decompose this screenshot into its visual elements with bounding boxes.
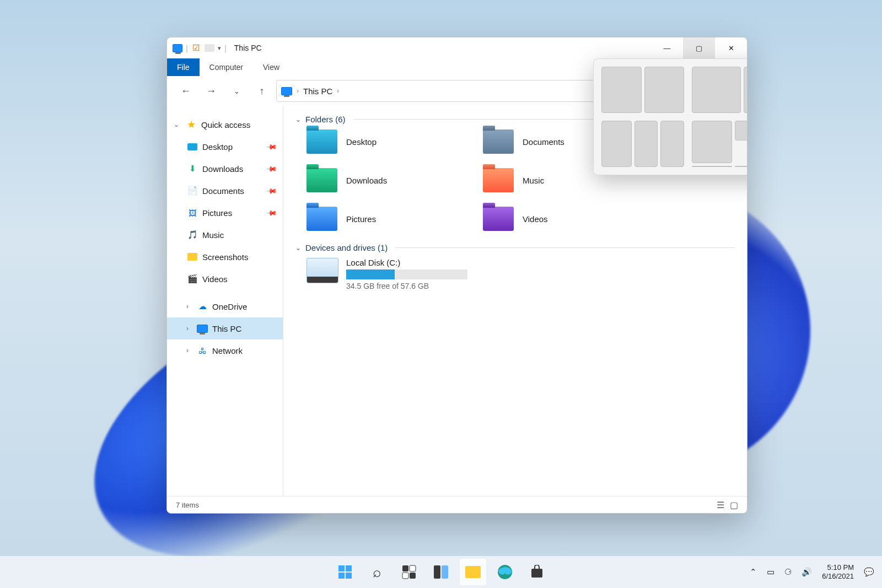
snap-zone[interactable]: [735, 121, 748, 141]
details-view-button[interactable]: ☰: [717, 500, 724, 510]
status-item-count: 7 items: [176, 501, 199, 509]
task-view-button[interactable]: [428, 559, 454, 585]
documents-icon: 📄: [187, 185, 198, 196]
sidebar-item-onedrive[interactable]: › ☁ OneDrive: [167, 295, 283, 317]
svg-rect-7: [410, 573, 416, 579]
breadcrumb[interactable]: This PC: [303, 87, 332, 96]
store-button[interactable]: [524, 559, 550, 585]
widgets-button[interactable]: [396, 559, 422, 585]
snap-layout-quad[interactable]: [692, 121, 747, 167]
taskbar[interactable]: ⌕ ⌃ ▭ ⚆ 🔊 5:10 PM 6/16/2021 💬: [0, 556, 882, 588]
folder-label: Videos: [523, 214, 548, 224]
snap-zone[interactable]: [601, 67, 642, 113]
sidebar-item-desktop[interactable]: Desktop 📌: [167, 136, 283, 158]
file-explorer-window: | ☑ ▾ | This PC — ▢ ✕: [166, 37, 747, 514]
snap-zone[interactable]: [634, 121, 658, 167]
pin-icon: 📌: [266, 141, 278, 153]
pictures-icon: 🖼: [187, 207, 198, 218]
chevron-down-icon[interactable]: ⌄: [295, 116, 301, 123]
qat-dropdown-icon[interactable]: ▾: [218, 45, 221, 52]
group-header-drives[interactable]: ⌄ Devices and drives (1): [295, 243, 735, 252]
sidebar-item-label: Documents: [202, 186, 244, 196]
folder-pictures[interactable]: Pictures: [306, 207, 483, 231]
folder-downloads[interactable]: Downloads: [306, 168, 483, 192]
folder-icon: [483, 207, 514, 231]
tiles-view-button[interactable]: ▢: [730, 500, 738, 510]
sidebar-item-network[interactable]: › 🖧 Network: [167, 339, 283, 362]
sidebar-item-music[interactable]: 🎵 Music: [167, 224, 283, 246]
recent-locations-button[interactable]: ⌄: [225, 80, 248, 102]
folder-desktop[interactable]: Desktop: [306, 130, 483, 154]
chevron-right-icon: ›: [297, 87, 299, 95]
maximize-button[interactable]: ▢: [683, 37, 715, 58]
notifications-button[interactable]: 💬: [864, 567, 874, 577]
sidebar-item-label: OneDrive: [212, 302, 247, 311]
music-icon: 🎵: [187, 229, 198, 240]
snap-zone[interactable]: [660, 121, 684, 167]
svg-rect-1: [346, 565, 352, 571]
snap-layout-5050[interactable]: [601, 67, 684, 113]
snap-zone[interactable]: [692, 166, 732, 167]
sidebar-item-videos[interactable]: 🎬 Videos: [167, 268, 283, 290]
chevron-down-icon[interactable]: ⌄: [295, 244, 301, 252]
search-button[interactable]: ⌕: [364, 559, 390, 585]
taskbar-clock[interactable]: 5:10 PM 6/16/2021: [822, 563, 854, 581]
folder-icon: [306, 207, 337, 231]
folder-label: Music: [523, 176, 544, 185]
titlebar[interactable]: | ☑ ▾ | This PC — ▢ ✕: [167, 37, 747, 58]
sidebar-item-documents[interactable]: 📄 Documents 📌: [167, 180, 283, 202]
sidebar-item-label: Network: [212, 346, 243, 355]
sidebar-item-quick-access[interactable]: ⌄ ★ Quick access: [167, 114, 283, 136]
chevron-down-icon[interactable]: ⌄: [171, 121, 181, 128]
sidebar-item-pictures[interactable]: 🖼 Pictures 📌: [167, 202, 283, 224]
chevron-right-icon[interactable]: ›: [182, 303, 192, 310]
tab-computer[interactable]: Computer: [200, 58, 253, 76]
volume-icon[interactable]: 🔊: [802, 567, 812, 577]
sidebar-item-label: Quick access: [201, 120, 250, 130]
pc-icon: [173, 43, 182, 53]
chevron-right-icon[interactable]: ›: [182, 325, 192, 332]
videos-icon: 🎬: [187, 273, 198, 284]
edge-button[interactable]: [492, 559, 518, 585]
sidebar-item-label: Downloads: [202, 164, 243, 174]
folder-label: Pictures: [346, 214, 376, 224]
pc-icon: [197, 323, 208, 334]
sidebar-item-this-pc[interactable]: › This PC: [167, 317, 283, 339]
tray-overflow-button[interactable]: ⌃: [750, 567, 757, 577]
snap-layout-7030[interactable]: [692, 67, 747, 113]
sidebar-item-label: Pictures: [202, 208, 232, 218]
snap-zone[interactable]: [692, 67, 741, 113]
star-icon: ★: [186, 119, 197, 130]
properties-icon[interactable]: ☑: [191, 43, 201, 53]
snap-layouts-flyout: [593, 58, 747, 175]
folder-videos[interactable]: Videos: [483, 207, 659, 231]
start-button[interactable]: [332, 559, 358, 585]
back-button[interactable]: ←: [175, 80, 197, 102]
forward-button[interactable]: →: [200, 80, 222, 102]
snap-zone[interactable]: [692, 121, 732, 163]
file-explorer-button[interactable]: [460, 559, 486, 585]
folder-label: Documents: [523, 137, 564, 147]
drive-local-c[interactable]: Local Disk (C:) 34.5 GB free of 57.6 GB: [306, 258, 735, 290]
sidebar-item-downloads[interactable]: ⬇ Downloads 📌: [167, 158, 283, 180]
snap-zone[interactable]: [744, 67, 747, 113]
window-controls: — ▢ ✕: [651, 37, 747, 58]
up-button[interactable]: ↑: [251, 80, 273, 102]
folder-icon: [483, 168, 514, 192]
battery-icon[interactable]: ▭: [767, 567, 775, 577]
snap-zone[interactable]: [644, 67, 685, 113]
drive-free-text: 34.5 GB free of 57.6 GB: [346, 282, 467, 290]
tab-view[interactable]: View: [253, 58, 289, 76]
snap-zone[interactable]: [735, 166, 748, 167]
sidebar-item-label: Music: [202, 230, 224, 240]
snap-zone[interactable]: [601, 121, 632, 167]
minimize-button[interactable]: —: [651, 37, 683, 58]
close-button[interactable]: ✕: [715, 37, 747, 58]
snap-layout-three-col[interactable]: [601, 121, 684, 167]
system-tray: ⌃ ▭ ⚆ 🔊 5:10 PM 6/16/2021 💬: [750, 563, 874, 581]
wifi-icon[interactable]: ⚆: [784, 567, 792, 577]
sidebar-item-screenshots[interactable]: Screenshots: [167, 246, 283, 268]
tab-file[interactable]: File: [167, 58, 200, 76]
folder-icon[interactable]: [205, 43, 214, 53]
chevron-right-icon[interactable]: ›: [182, 347, 192, 354]
